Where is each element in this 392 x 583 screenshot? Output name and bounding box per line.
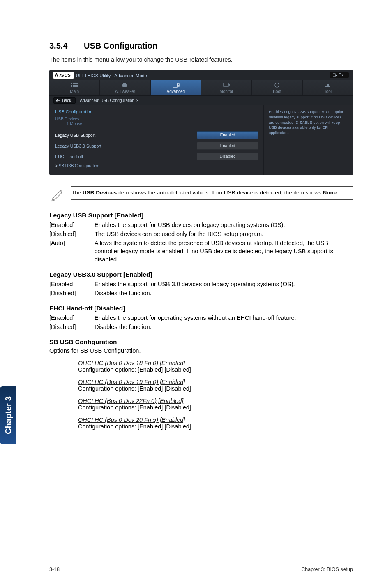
side-chapter-tab: Chapter 3: [0, 386, 16, 444]
tab-label: Advanced: [151, 89, 201, 94]
option-value[interactable]: Enabled: [197, 142, 258, 150]
section-number: 3.5.4: [49, 41, 84, 51]
exit-label: Exit: [339, 73, 346, 77]
legacy-usb-section-title: Legacy USB Support [Enabled]: [49, 212, 353, 219]
usb-devices-info: USB Devices: 1 Mouse: [55, 117, 258, 126]
tab-tool[interactable]: Tool: [303, 80, 353, 95]
tab-label: Main: [49, 89, 99, 94]
svg-rect-2: [71, 83, 72, 84]
svg-rect-7: [73, 86, 78, 87]
ehci-section-title: EHCI Hand-off [Disabled]: [49, 305, 353, 312]
ohci-item: OHCI HC (Bus 0 Dev 20 Fn 5) [Enabled] Co…: [78, 416, 353, 430]
brand-logo: /SUS: [53, 72, 74, 79]
power-icon: [273, 82, 281, 88]
option-label: EHCI Hand-off: [55, 154, 197, 159]
note-icon: [49, 186, 65, 204]
back-label: Back: [62, 98, 71, 103]
option-legacy-usb[interactable]: Legacy USB Support Enabled: [55, 130, 258, 141]
bios-help-panel: Enables Legacy USB support. AUTO option …: [263, 105, 353, 175]
bios-breadcrumb: Back Advanced\ USB Configuration >: [49, 96, 353, 105]
section-heading: 3.5.4USB Configuration: [49, 41, 353, 51]
ohci-item: OHCI HC (Bus 0 Dev 19 Fn 0) [Enabled] Co…: [78, 379, 353, 392]
sb-usb-body: Options for SB USB Configuration.: [49, 347, 353, 354]
tool-icon: [324, 82, 332, 88]
desc-row: [Enabled]Enables the support for operati…: [49, 314, 353, 322]
option-label: Legacy USB3.0 Support: [55, 143, 197, 148]
svg-marker-0: [55, 73, 58, 77]
page-footer: 3-18 Chapter 3: BIOS setup: [0, 567, 392, 572]
desc-row: [Disabled]Disables the function.: [49, 289, 353, 297]
exit-icon: [333, 73, 337, 77]
option-label: Legacy USB Support: [55, 133, 197, 138]
desc-row: [Enabled]Enables the support for USB dev…: [49, 221, 353, 229]
desc-row: [Auto]Allows the system to detect the pr…: [49, 239, 353, 264]
exit-button[interactable]: Exit: [330, 72, 349, 78]
chip-icon: [172, 82, 180, 88]
back-button[interactable]: Back: [53, 97, 76, 104]
option-ehci-handoff[interactable]: EHCI Hand-off Disabled: [55, 151, 258, 162]
svg-rect-14: [325, 86, 330, 87]
usb-config-heading: USB Configuration: [55, 109, 258, 114]
tab-main[interactable]: Main: [49, 80, 100, 95]
bios-title: /SUS UEFI BIOS Utility - Advanced Mode: [53, 72, 147, 79]
desc-row: [Disabled]Disables the function.: [49, 323, 353, 331]
page-number: 3-18: [49, 567, 60, 572]
tab-ai-tweaker[interactable]: Ai Tweaker: [100, 80, 150, 95]
tab-label: Boot: [252, 89, 302, 94]
option-value[interactable]: Disabled: [197, 153, 258, 160]
note-box: The USB Devices item shows the auto-dete…: [49, 186, 353, 204]
section-title-text: USB Configuration: [84, 41, 157, 50]
sb-usb-section-title: SB USB Configuration: [49, 338, 353, 346]
tab-monitor[interactable]: Monitor: [201, 80, 252, 95]
list-icon: [71, 82, 78, 88]
option-legacy-usb3[interactable]: Legacy USB3.0 Support Enabled: [55, 141, 258, 151]
option-value[interactable]: Enabled: [197, 131, 258, 139]
sb-usb-config-link[interactable]: > SB USB Configuration: [55, 162, 258, 169]
desc-row: [Disabled]The USB devices can be used on…: [49, 230, 353, 238]
back-arrow-icon: [56, 99, 60, 102]
tab-label: Ai Tweaker: [100, 89, 150, 94]
ohci-item: OHCI HC (Bus 0 Dev 18 Fn 0) [Enabled] Co…: [78, 360, 353, 373]
bios-settings-panel: USB Configuration USB Devices: 1 Mouse L…: [49, 105, 263, 175]
svg-point-10: [178, 85, 179, 86]
bios-window: /SUS UEFI BIOS Utility - Advanced Mode E…: [49, 70, 353, 175]
svg-rect-3: [73, 83, 78, 84]
svg-rect-15: [327, 84, 329, 86]
footer-chapter: Chapter 3: BIOS setup: [301, 567, 353, 572]
svg-rect-6: [71, 86, 72, 87]
tab-advanced[interactable]: Advanced: [151, 80, 201, 95]
tab-label: Tool: [303, 89, 353, 94]
tab-boot[interactable]: Boot: [252, 80, 302, 95]
bios-tabs: Main Ai Tweaker Advanced Monitor Boot To…: [49, 80, 353, 96]
svg-rect-8: [173, 83, 177, 87]
desc-row: [Enabled]Enables the support for USB 3.0…: [49, 280, 353, 288]
intro-text: The items in this menu allow you to chan…: [49, 56, 353, 63]
svg-rect-11: [224, 83, 228, 86]
note-text: The USB Devices item shows the auto-dete…: [71, 186, 353, 200]
breadcrumb-path: Advanced\ USB Configuration >: [80, 98, 138, 103]
svg-rect-4: [71, 85, 72, 86]
svg-line-16: [60, 191, 62, 193]
ohci-item: OHCI HC (Bus 0 Dev 22Fn 0) [Enabled] Con…: [78, 398, 353, 411]
legacy-usb3-section-title: Legacy USB3.0 Support [Enabled]: [49, 271, 353, 278]
monitor-icon: [223, 82, 230, 88]
tab-label: Monitor: [201, 89, 251, 94]
cloud-icon: [121, 82, 129, 88]
svg-rect-5: [73, 85, 78, 86]
